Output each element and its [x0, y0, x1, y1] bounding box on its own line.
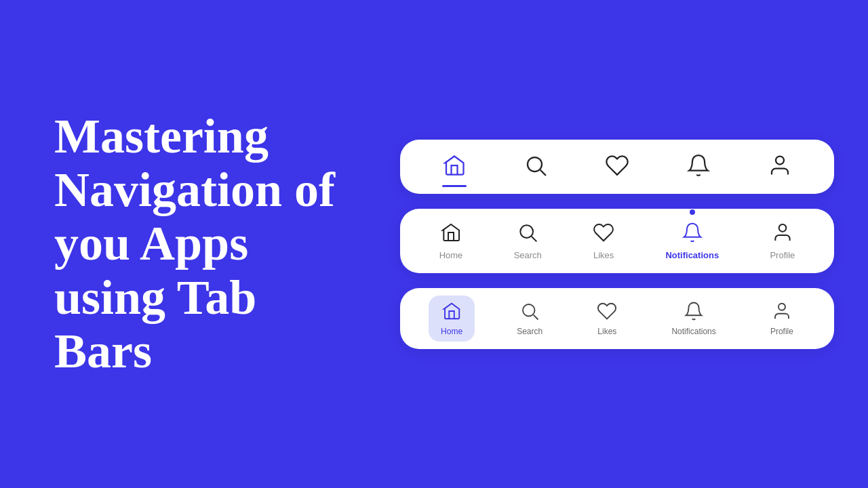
active-indicator-dot — [690, 209, 695, 215]
tab-likes-2-label: Likes — [593, 250, 614, 260]
user-icon — [772, 301, 792, 324]
tab-profile-3-label: Profile — [770, 327, 793, 336]
tab-likes-3[interactable]: Likes — [585, 296, 629, 342]
bell-icon — [682, 222, 703, 246]
left-section: Mastering Navigation of you Apps using T… — [0, 69, 380, 419]
tab-profile-3[interactable]: Profile — [758, 296, 806, 342]
svg-line-4 — [532, 237, 536, 241]
heart-icon — [605, 153, 629, 180]
tab-likes-1[interactable] — [585, 140, 650, 194]
tab-profile-2-label: Profile — [770, 250, 795, 260]
tab-notifications-2-label: Notifications — [665, 250, 719, 260]
tab-home-3-label: Home — [441, 327, 462, 336]
svg-point-0 — [528, 157, 542, 171]
svg-line-7 — [534, 314, 538, 319]
heart-icon — [593, 222, 614, 246]
tab-bar-style-1 — [400, 140, 834, 194]
home-icon — [440, 222, 462, 246]
bell-icon — [686, 153, 711, 180]
heart-icon — [597, 301, 617, 324]
search-icon — [524, 153, 548, 180]
tab-profile-2[interactable]: Profile — [756, 215, 808, 267]
svg-point-3 — [521, 225, 534, 238]
tab-notifications-1[interactable] — [666, 140, 731, 194]
right-section: Home Search Likes Notifications P — [380, 113, 868, 376]
tab-likes-2[interactable]: Likes — [579, 215, 628, 267]
home-icon — [441, 301, 462, 324]
tab-bar-style-3: Home Search Likes Notifications Profile — [400, 288, 834, 349]
user-icon — [768, 153, 792, 180]
page-title: Mastering Navigation of you Apps using T… — [54, 110, 339, 378]
search-icon — [517, 222, 538, 246]
tab-home-2[interactable]: Home — [426, 215, 477, 267]
tab-home-3[interactable]: Home — [429, 296, 475, 342]
tab-likes-3-label: Likes — [597, 327, 616, 336]
tab-search-3-label: Search — [517, 327, 542, 336]
svg-point-2 — [776, 156, 784, 164]
tab-notifications-2[interactable]: Notifications — [652, 215, 732, 267]
svg-point-5 — [779, 224, 787, 232]
tab-notifications-3[interactable]: Notifications — [659, 296, 728, 342]
tab-home-1[interactable] — [422, 140, 487, 194]
tab-notifications-3-label: Notifications — [671, 327, 715, 336]
tab-search-3[interactable]: Search — [505, 296, 555, 342]
home-icon — [442, 153, 467, 180]
tab-bar-style-2: Home Search Likes Notifications P — [400, 209, 834, 273]
svg-point-6 — [523, 304, 535, 317]
tab-search-2-label: Search — [514, 250, 542, 260]
tab-profile-1[interactable] — [747, 140, 812, 194]
tab-home-2-label: Home — [439, 250, 463, 260]
svg-point-8 — [778, 303, 785, 310]
search-icon — [519, 301, 540, 324]
tab-search-2[interactable]: Search — [500, 215, 555, 267]
tab-search-1[interactable] — [503, 140, 568, 194]
user-icon — [772, 222, 793, 246]
svg-line-1 — [540, 169, 546, 175]
bell-icon — [684, 301, 704, 324]
